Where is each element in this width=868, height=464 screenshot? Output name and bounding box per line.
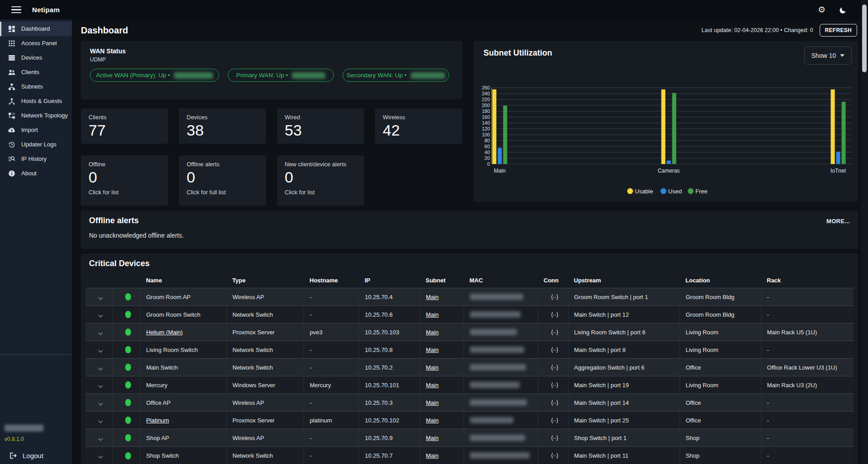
offline-alerts-message: No unacknowledged offline alerts. [89, 232, 850, 239]
device-ip: 10.25.70.9 [359, 429, 420, 447]
device-ip: 10.25.70.103 [359, 323, 420, 341]
device-type: Windows Server [226, 376, 304, 394]
stat-card-clients: Clients77 [81, 108, 168, 144]
device-name: Office AP [146, 399, 171, 406]
stat-card-offline[interactable]: Offline0Click for list [81, 155, 168, 206]
sidebar-item-network-topology[interactable]: Network Topology [0, 108, 72, 123]
netipam-app: Netipam ⚙ DashboardAccess PanelDevicesCl… [0, 0, 868, 464]
connection-icon[interactable]: ⟨··⟩ [551, 311, 558, 318]
sidebar-item-ip-history[interactable]: IP History [0, 152, 72, 166]
stat-card-offline-alerts[interactable]: Offline alerts0Click for full list [179, 155, 266, 206]
expand-chevron-icon[interactable] [98, 383, 103, 388]
subnet-link[interactable]: Main [426, 347, 439, 353]
refresh-button[interactable]: REFRESH [820, 24, 857, 37]
subnet-link[interactable]: Main [426, 311, 439, 318]
status-online-dot [125, 452, 131, 459]
critical-devices-title: Critical Devices [89, 259, 850, 268]
device-ip: 10.25.70.4 [359, 288, 420, 306]
logout-button[interactable]: Logout [9, 452, 43, 459]
offline-alerts-panel: Offline alerts MORE... No unacknowledged… [81, 211, 858, 249]
mac-address-redacted [470, 417, 513, 423]
sidebar-item-devices[interactable]: Devices [0, 51, 72, 65]
sidebar-item-access-panel[interactable]: Access Panel [0, 36, 72, 51]
device-type: Proxmox Server [226, 412, 304, 429]
expand-chevron-icon[interactable] [98, 436, 103, 441]
connection-icon[interactable]: ⟨··⟩ [551, 417, 558, 424]
device-ip: 10.25.70.102 [359, 412, 420, 429]
device-name-link[interactable]: Helium (Main) [146, 329, 183, 336]
device-upstream: Main Switch | port 19 [568, 376, 680, 394]
wan-ip-redacted [174, 72, 213, 79]
offline-alerts-more-link[interactable]: MORE... [826, 218, 850, 225]
device-hostname: - [304, 447, 359, 464]
connection-icon[interactable]: ⟨··⟩ [551, 346, 558, 353]
subnet-link[interactable]: Main [426, 435, 439, 441]
import-icon [7, 127, 16, 134]
device-ip: 10.25.70.3 [359, 394, 420, 412]
svg-text:Cameras: Cameras [658, 168, 680, 174]
topbar: Netipam ⚙ [0, 0, 868, 19]
settings-gear-icon[interactable]: ⚙ [818, 5, 826, 14]
col-name: Name [140, 273, 226, 288]
stat-sublabel: Click for full list [187, 189, 258, 196]
status-online-dot [125, 399, 131, 406]
stat-label: Devices [187, 114, 258, 121]
subnet-link[interactable]: Main [426, 294, 439, 300]
wan-pill-0: Active WAN (Primary): Up • [90, 69, 219, 82]
expand-chevron-icon[interactable] [98, 348, 103, 352]
device-location: Office [680, 412, 761, 429]
expand-chevron-icon[interactable] [98, 418, 103, 423]
expand-chevron-icon[interactable] [98, 295, 103, 300]
stat-cards-row2: Offline0Click for listOffline alerts0Cli… [81, 155, 364, 206]
device-location: Shop [680, 447, 761, 464]
device-row-office-ap: Office APWireless AP-10.25.70.3Main⟨··⟩M… [85, 394, 854, 412]
device-name-link[interactable]: Platinum [146, 417, 169, 424]
subnet-link[interactable]: Main [426, 382, 439, 389]
connection-icon[interactable]: ⟨··⟩ [551, 434, 558, 441]
device-upstream: Shop Switch | port 1 [568, 429, 680, 447]
subnets-icon [7, 83, 16, 90]
connection-icon[interactable]: ⟨··⟩ [551, 452, 558, 459]
show-count-dropdown[interactable]: Show 10 [804, 47, 852, 65]
page-scrollbar-track[interactable] [861, 0, 868, 464]
subnet-link[interactable]: Main [426, 329, 439, 336]
sidebar-item-subnets[interactable]: Subnets [0, 80, 72, 94]
connection-icon[interactable]: ⟨··⟩ [551, 399, 558, 406]
mac-address-redacted [470, 452, 530, 459]
subnet-utilization-panel: Subnet Utilization Show 10 0204060801001… [474, 41, 858, 202]
sidebar-item-about[interactable]: About [0, 166, 72, 181]
svg-text:200: 200 [482, 103, 490, 108]
sidebar-item-clients[interactable]: Clients [0, 65, 72, 80]
menu-hamburger-icon[interactable] [11, 5, 21, 15]
device-location: Living Room [680, 376, 761, 394]
stat-card-new-client-device-alerts[interactable]: New client/device alerts0Click for list [277, 155, 364, 206]
subnet-link[interactable]: Main [426, 417, 439, 424]
sidebar-item-hosts-guests[interactable]: Hosts & Guests [0, 94, 72, 108]
wan-status-panel: WAN Status UDMP Active WAN (Primary): Up… [81, 41, 462, 99]
svg-text:Main: Main [494, 168, 506, 174]
connection-icon[interactable]: ⟨··⟩ [551, 293, 558, 300]
sidebar-item-updater-logs[interactable]: Updater Logs [0, 137, 72, 152]
topbar-actions: ⚙ [818, 5, 847, 14]
device-row-platinum: PlatinumProxmox Serverplatinum10.25.70.1… [85, 412, 854, 429]
hosts-guests-icon [7, 98, 16, 105]
connection-icon[interactable]: ⟨··⟩ [551, 364, 558, 371]
expand-chevron-icon[interactable] [98, 454, 103, 458]
device-location: Living Room [680, 323, 761, 341]
subnet-link[interactable]: Main [426, 399, 439, 406]
expand-chevron-icon[interactable] [98, 313, 103, 317]
ip-history-icon [7, 155, 16, 163]
device-row-groom-room-switch: Groom Room SwitchNetwork Switch-10.25.70… [85, 306, 854, 323]
dark-mode-moon-icon[interactable] [839, 6, 847, 14]
sidebar-item-import[interactable]: Import [0, 123, 72, 137]
expand-chevron-icon[interactable] [98, 401, 103, 405]
connection-icon[interactable]: ⟨··⟩ [551, 381, 558, 389]
connection-icon[interactable]: ⟨··⟩ [551, 328, 558, 336]
sidebar-item-dashboard[interactable]: Dashboard [0, 22, 72, 36]
page-scrollbar-thumb[interactable] [862, 5, 867, 72]
expand-chevron-icon[interactable] [98, 330, 103, 335]
critical-devices-panel: Critical Devices NameTypeHostnameIPSubne… [81, 253, 858, 464]
expand-chevron-icon[interactable] [98, 366, 103, 370]
subnet-link[interactable]: Main [426, 364, 439, 371]
subnet-link[interactable]: Main [426, 452, 439, 459]
